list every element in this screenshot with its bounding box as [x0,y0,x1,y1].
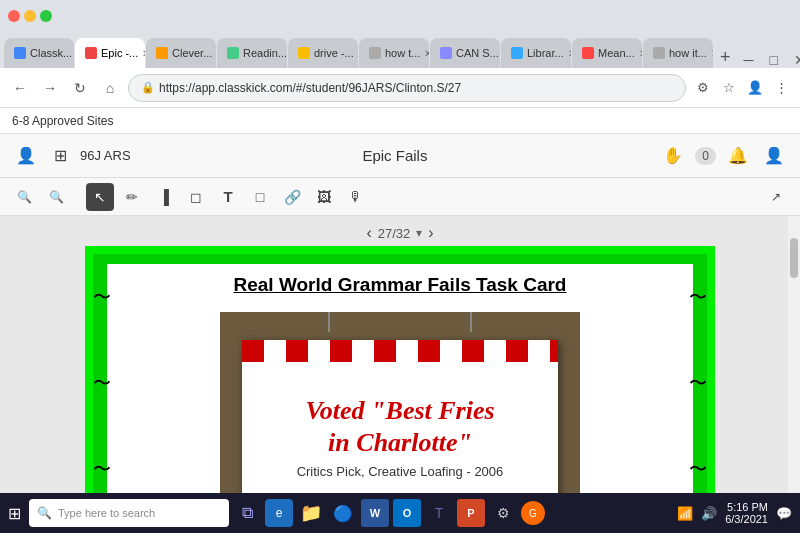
browser-actions: ⚙ ☆ 👤 ⋮ [692,77,792,99]
search-placeholder: Type here to search [58,507,155,519]
tab-label: Librar... [527,47,564,59]
window-controls [8,10,52,22]
checkers-top [242,340,559,362]
restore-window-btn[interactable]: □ [763,52,783,68]
pen-tool[interactable]: ✏ [118,183,146,211]
tab-epic[interactable]: Epic -... ✕ [75,38,145,68]
volume-icon[interactable]: 🔊 [701,506,717,521]
account-icon[interactable]: 👤 [744,77,766,99]
tab-favicon [511,47,523,59]
prev-page-button[interactable]: ‹ [366,224,371,242]
tab-favicon [653,47,665,59]
edge-icon[interactable]: e [265,499,293,527]
tab-close-icon[interactable]: ✕ [568,48,571,59]
file-explorer-icon[interactable]: 📁 [297,499,325,527]
profile-icon[interactable]: 👤 [760,142,788,170]
home-button[interactable]: ⌂ [98,76,122,100]
audio-tool[interactable]: 🎙 [342,183,370,211]
tab-favicon [582,47,594,59]
title-bar [0,0,800,32]
count-badge: 0 [695,147,716,165]
tab-label: Epic -... [101,47,138,59]
reload-button[interactable]: ↻ [68,76,92,100]
user-icon[interactable]: 👤 [12,142,40,170]
teams-icon[interactable]: T [425,499,453,527]
powerpoint-icon[interactable]: P [457,499,485,527]
back-button[interactable]: ← [8,76,32,100]
sign-sub-text: Critics Pick, Creative Loafing - 2006 [297,464,504,479]
taskbar-search-box[interactable]: 🔍 Type here to search [29,499,229,527]
zoom-out-button[interactable]: 🔍 [10,183,38,211]
class-label: 96J ARS [80,148,131,163]
highlighter-tool[interactable]: ▐ [150,183,178,211]
bell-icon[interactable]: 🔔 [724,142,752,170]
lock-icon: 🔒 [141,81,155,94]
taskbar-right: 📶 🔊 5:16 PM 6/3/2021 💬 [677,501,792,525]
hand-icon[interactable]: ✋ [659,142,687,170]
close-window-btn[interactable]: ✕ [788,52,800,68]
close-btn[interactable] [8,10,20,22]
tab-clever[interactable]: Clever... ✕ [146,38,216,68]
forward-button[interactable]: → [38,76,62,100]
grid-icon[interactable]: ⊞ [46,142,74,170]
tab-label: CAN S... [456,47,499,59]
shape-tool[interactable]: □ [246,183,274,211]
network-icon[interactable]: 📶 [677,506,693,521]
card-title: Real World Grammar Fails Task Card [133,274,667,296]
page-dropdown-icon[interactable]: ▾ [416,226,422,240]
tab-howit[interactable]: how it... ✕ [643,38,713,68]
eraser-tool[interactable]: ◻ [182,183,210,211]
image-tool[interactable]: 🖼 [310,183,338,211]
page-navigation: ‹ 27/32 ▾ › [366,224,433,242]
sign-text-area: Voted "Best Fries in Charlotte" Critics … [242,362,559,507]
text-tool[interactable]: T [214,183,242,211]
sign-board: Voted "Best Fries in Charlotte" Critics … [242,340,559,507]
classkick-toolbar: 👤 ⊞ 96J ARS Epic Fails ✋ 0 🔔 👤 [0,134,800,178]
right-action-btn[interactable]: ↗ [762,183,790,211]
word-icon[interactable]: W [361,499,389,527]
app6-icon[interactable]: G [521,501,545,525]
tab-classk[interactable]: Classk... ✕ [4,38,74,68]
tab-close-icon[interactable]: ✕ [424,48,429,59]
taskview-icon[interactable]: ⧉ [233,499,261,527]
minimize-btn[interactable] [24,10,36,22]
zoom-in-button[interactable]: 🔍 [42,183,70,211]
minimize-window-btn[interactable]: ─ [738,52,760,68]
tab-reading[interactable]: Readin... ✕ [217,38,287,68]
notification-icon[interactable]: 💬 [776,506,792,521]
chrome-icon[interactable]: 🔵 [329,499,357,527]
tab-library[interactable]: Librar... ✕ [501,38,571,68]
link-tool[interactable]: 🔗 [278,183,306,211]
more-menu-button[interactable]: ⋮ [770,77,792,99]
start-button[interactable]: ⊞ [8,504,21,523]
tab-how[interactable]: how t... ✕ [359,38,429,68]
tab-drive[interactable]: drive -... ✕ [288,38,358,68]
address-bar[interactable]: 🔒 https://app.classkick.com/#/student/96… [128,74,686,102]
tab-favicon [227,47,239,59]
toolbar-left: 👤 ⊞ 96J ARS [12,142,131,170]
next-page-button[interactable]: › [428,224,433,242]
maximize-btn[interactable] [40,10,52,22]
taskbar: ⊞ 🔍 Type here to search ⧉ e 📁 🔵 W O T P … [0,493,800,533]
date-display: 6/3/2021 [725,513,768,525]
tab-mean[interactable]: Mean... ✕ [572,38,642,68]
extensions-icon[interactable]: ⚙ [692,77,714,99]
tab-favicon [14,47,26,59]
select-tool[interactable]: ↖ [86,183,114,211]
outlook-icon[interactable]: O [393,499,421,527]
bookmark-icon[interactable]: ☆ [718,77,740,99]
bookmarks-label[interactable]: 6-8 Approved Sites [12,114,113,128]
new-tab-button[interactable]: + [714,47,737,68]
settings-icon[interactable]: ⚙ [489,499,517,527]
tab-favicon [85,47,97,59]
tab-close-icon[interactable]: ✕ [639,48,642,59]
tab-favicon [298,47,310,59]
draw-toolbar: 🔍 🔍 ↖ ✏ ▐ ◻ T □ 🔗 🖼 🎙 ↗ [0,178,800,216]
tab-can[interactable]: CAN S... ✕ [430,38,500,68]
tab-close-icon[interactable]: ✕ [142,48,145,59]
scrollbar-thumb[interactable] [790,238,798,278]
url-text: https://app.classkick.com/#/student/96JA… [159,81,673,95]
scrollbar[interactable] [788,216,800,506]
sign-background: Voted "Best Fries in Charlotte" Critics … [220,312,580,506]
tab-close-icon[interactable]: ✕ [711,48,713,59]
